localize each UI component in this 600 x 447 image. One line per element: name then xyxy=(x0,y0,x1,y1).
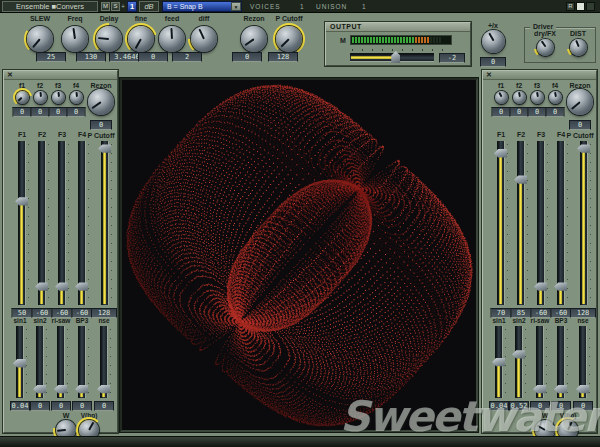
value-box[interactable]: 0 xyxy=(94,401,114,411)
slider-handle[interactable] xyxy=(35,282,48,291)
slider-f2[interactable] xyxy=(39,141,45,305)
value-box[interactable]: 0.04 xyxy=(10,401,30,411)
knob-f4[interactable] xyxy=(546,88,565,107)
slider-handle[interactable] xyxy=(514,175,527,184)
slider-ri-saw[interactable] xyxy=(58,326,64,398)
knob-f3[interactable] xyxy=(528,88,547,107)
knob-dist[interactable] xyxy=(567,36,590,59)
slider-p-cutoff[interactable] xyxy=(102,141,108,305)
slider-handle[interactable] xyxy=(75,282,88,291)
knob-f1[interactable] xyxy=(13,88,32,107)
slider-f3[interactable] xyxy=(59,141,65,305)
value-box[interactable]: 0 xyxy=(232,52,262,62)
knob-rezon[interactable] xyxy=(238,23,270,55)
value-box[interactable]: 0 xyxy=(530,401,550,411)
slider-f2[interactable] xyxy=(518,141,524,305)
knob-feed[interactable] xyxy=(156,23,188,55)
knob-f3[interactable] xyxy=(49,88,68,107)
value-box[interactable]: 0 xyxy=(31,107,50,117)
slider-handle[interactable] xyxy=(492,358,505,367)
close-icon[interactable]: ✕ xyxy=(7,71,13,78)
slider-f4[interactable] xyxy=(558,141,564,305)
value-box[interactable]: 128 xyxy=(268,52,298,62)
slider-handle[interactable] xyxy=(75,385,88,394)
output-value-box[interactable]: -2 xyxy=(439,53,465,63)
slider-handle[interactable] xyxy=(97,385,110,394)
value-box[interactable]: 0 xyxy=(90,120,112,130)
slider-nse[interactable] xyxy=(580,326,586,398)
slider-nse[interactable] xyxy=(101,326,107,398)
knob-slew[interactable] xyxy=(24,23,56,55)
output-slider[interactable] xyxy=(350,54,434,61)
value-box[interactable]: 0 xyxy=(67,107,86,117)
knob-freq[interactable] xyxy=(59,23,91,55)
slider-handle[interactable] xyxy=(534,282,547,291)
window-button-2[interactable] xyxy=(576,2,585,11)
value-box[interactable]: 25 xyxy=(36,52,66,62)
slider-p-cutoff[interactable] xyxy=(581,141,587,305)
knob-f2[interactable] xyxy=(510,88,529,107)
slider-handle[interactable] xyxy=(512,350,525,359)
slider-handle[interactable] xyxy=(577,144,590,153)
slider-sin2[interactable] xyxy=(37,326,43,398)
slider-handle[interactable] xyxy=(33,385,46,394)
value-box[interactable]: 0 xyxy=(510,107,529,117)
slider-handle[interactable] xyxy=(98,144,111,153)
knob-delay[interactable] xyxy=(93,23,125,55)
knob-dry-fx[interactable] xyxy=(534,36,557,59)
knob-rezon[interactable] xyxy=(85,86,117,118)
slider-handle[interactable] xyxy=(494,149,507,158)
slider-sin1[interactable] xyxy=(17,326,23,398)
value-box[interactable]: 0.52 xyxy=(509,401,529,411)
slider-bp3[interactable] xyxy=(558,326,564,398)
knob-x[interactable] xyxy=(479,27,508,56)
slider-handle[interactable] xyxy=(55,282,68,291)
close-icon[interactable]: ✕ xyxy=(486,71,492,78)
value-box[interactable]: 0 xyxy=(492,107,511,117)
preset-icon[interactable]: dB xyxy=(139,1,159,12)
knob-rezon[interactable] xyxy=(564,86,596,118)
slider-f4[interactable] xyxy=(79,141,85,305)
slider-f1[interactable] xyxy=(19,141,25,305)
knob-diff[interactable] xyxy=(188,23,220,55)
value-box[interactable]: 0 xyxy=(30,401,50,411)
voice-number-box[interactable]: 1 xyxy=(127,1,137,12)
value-box[interactable]: 0 xyxy=(480,57,506,67)
slider-ri-saw[interactable] xyxy=(537,326,543,398)
slider-handle[interactable] xyxy=(391,51,400,63)
window-button-3[interactable] xyxy=(586,2,595,11)
slider-f3[interactable] xyxy=(538,141,544,305)
knob-fine[interactable] xyxy=(125,23,157,55)
mute-button[interactable]: M xyxy=(101,2,110,11)
value-box[interactable]: 0.04 xyxy=(489,401,509,411)
slider-handle[interactable] xyxy=(15,197,28,206)
value-box[interactable]: 0 xyxy=(49,107,68,117)
value-box[interactable]: 0 xyxy=(546,107,565,117)
snapshot-dropdown[interactable]: B = Snap B xyxy=(162,1,242,12)
solo-button[interactable]: S xyxy=(111,2,120,11)
slider-handle[interactable] xyxy=(13,359,26,368)
value-box[interactable]: 0 xyxy=(72,401,92,411)
slider-sin2[interactable] xyxy=(516,326,522,398)
value-box[interactable]: 130 xyxy=(76,52,106,62)
value-box[interactable]: 0 xyxy=(51,401,71,411)
knob-f1[interactable] xyxy=(492,88,511,107)
slider-handle[interactable] xyxy=(576,385,589,394)
value-box[interactable]: 0 xyxy=(573,401,593,411)
value-box[interactable]: 0 xyxy=(551,401,571,411)
value-box[interactable]: 0 xyxy=(528,107,547,117)
window-button-1[interactable]: R xyxy=(566,2,575,11)
slider-handle[interactable] xyxy=(533,385,546,394)
slider-handle[interactable] xyxy=(554,385,567,394)
slider-bp3[interactable] xyxy=(79,326,85,398)
slider-sin1[interactable] xyxy=(496,326,502,398)
slider-handle[interactable] xyxy=(554,282,567,291)
knob-p-cutoff[interactable] xyxy=(273,23,305,55)
value-box[interactable]: 0 xyxy=(13,107,32,117)
value-box[interactable]: 0 xyxy=(138,52,168,62)
knob-f2[interactable] xyxy=(31,88,50,107)
slider-f1[interactable] xyxy=(498,141,504,305)
value-box[interactable]: 0 xyxy=(569,120,591,130)
slider-handle[interactable] xyxy=(54,385,67,394)
value-box[interactable]: 2 xyxy=(172,52,202,62)
